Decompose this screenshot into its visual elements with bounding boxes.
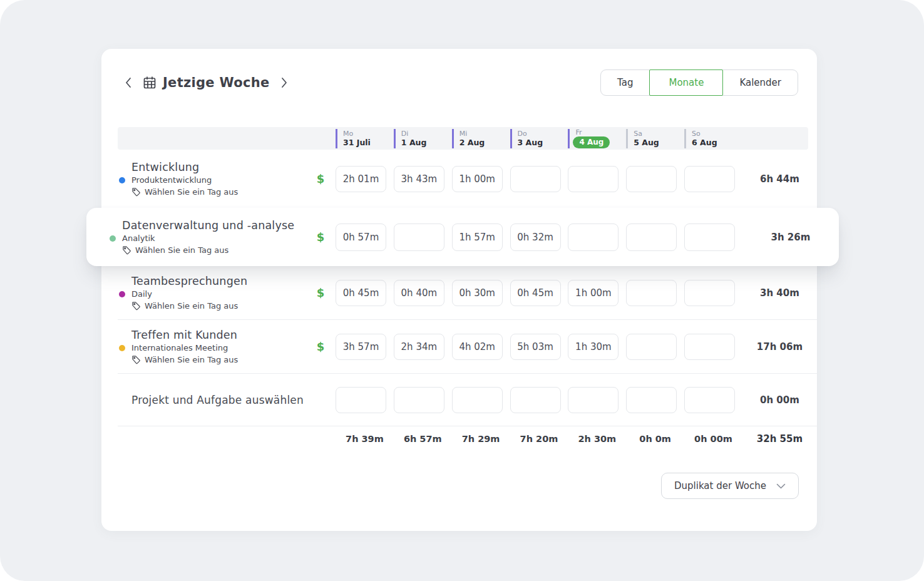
day-header-mo: Mo 31 Juli xyxy=(336,129,394,148)
time-cell[interactable] xyxy=(626,334,677,360)
time-cell[interactable]: 0h 45m xyxy=(336,280,386,306)
time-cell[interactable] xyxy=(626,166,677,192)
tab-monate[interactable]: Monate xyxy=(649,69,723,96)
day-header-do: Do 3 Aug xyxy=(510,129,568,148)
view-switcher: Tag Monate Kalender xyxy=(600,69,798,96)
time-cell[interactable]: 3h 57m xyxy=(336,334,386,360)
time-cell[interactable] xyxy=(626,224,677,251)
week-total: 32h 55m xyxy=(742,433,817,445)
row-label: Treffen mit Kunden Internationales Meeti… xyxy=(118,328,305,365)
today-badge: 4 Aug xyxy=(573,136,610,148)
day-total-fr: 2h 30m xyxy=(568,434,626,444)
previous-week-button[interactable] xyxy=(123,75,134,90)
next-week-button[interactable] xyxy=(279,75,290,90)
time-cell[interactable]: 0h 32m xyxy=(510,224,561,251)
row-total: 6h 44m xyxy=(742,173,817,185)
time-cell[interactable] xyxy=(684,280,735,306)
time-cell[interactable] xyxy=(394,387,444,413)
day-total-mo: 7h 39m xyxy=(336,434,394,444)
tag-selector[interactable]: Wählen Sie ein Tag aus xyxy=(131,301,305,311)
project-task-title: Teambesprechungen xyxy=(131,274,305,288)
time-cell[interactable]: 1h 30m xyxy=(568,334,619,360)
row-label: Entwicklung Produktentwicklung Wählen Si… xyxy=(118,160,305,197)
tag-icon xyxy=(131,301,141,311)
tag-icon xyxy=(131,355,141,364)
project-color-dot xyxy=(110,235,116,242)
time-cell[interactable]: 0h 45m xyxy=(510,280,561,306)
tag-selector[interactable]: Wählen Sie ein Tag aus xyxy=(131,354,305,365)
project-task-title: Entwicklung xyxy=(131,160,305,174)
week-title-label: Jetzige Woche xyxy=(163,75,270,90)
tag-selector[interactable]: Wählen Sie ein Tag aus xyxy=(131,187,305,197)
chevron-down-icon xyxy=(776,483,786,489)
project-task-title: Datenverwaltung und -analyse xyxy=(122,219,305,232)
row-total: 17h 06m xyxy=(742,341,817,352)
time-cell[interactable]: 4h 02m xyxy=(452,334,503,360)
day-header-so: So 6 Aug xyxy=(684,129,742,148)
tag-icon xyxy=(131,187,141,197)
time-cell[interactable]: 2h 34m xyxy=(394,334,444,360)
timesheet-row-entwicklung: Entwicklung Produktentwicklung Wählen Si… xyxy=(118,150,817,208)
day-header-di: Di 1 Aug xyxy=(394,129,452,148)
time-cell[interactable]: 2h 01m xyxy=(336,166,386,192)
tab-tag[interactable]: Tag xyxy=(601,70,649,95)
row-total: 3h 40m xyxy=(742,287,817,299)
day-header-sa: Sa 5 Aug xyxy=(626,129,684,148)
project-color-dot xyxy=(119,291,125,297)
duplicate-week-button[interactable]: Duplikat der Woche xyxy=(661,473,799,499)
day-total-sa: 0h 0m xyxy=(626,434,684,444)
time-cell[interactable] xyxy=(684,334,735,360)
calendar-icon xyxy=(143,76,157,90)
time-cell[interactable] xyxy=(568,224,619,251)
header: Jetzige Woche Tag Monate Kalender xyxy=(101,69,817,96)
billable-icon[interactable]: $ xyxy=(305,340,336,353)
row-total: 0h 00m xyxy=(742,394,817,406)
time-cell[interactable] xyxy=(510,387,561,413)
row-label: Projekt und Aufgabe auswählen xyxy=(118,394,305,406)
billable-icon[interactable]: $ xyxy=(305,286,336,299)
time-cell[interactable] xyxy=(336,387,386,413)
tag-selector[interactable]: Wählen Sie ein Tag aus xyxy=(122,245,305,255)
row-label: Datenverwaltung und -analyse Analytik Wä… xyxy=(108,219,305,255)
time-cell[interactable]: 1h 57m xyxy=(452,224,503,251)
tab-kalender[interactable]: Kalender xyxy=(723,70,798,95)
timesheet-row-datenverwaltung-selected: Datenverwaltung und -analyse Analytik Wä… xyxy=(86,208,839,266)
time-cell[interactable] xyxy=(626,387,677,413)
time-cell[interactable] xyxy=(684,387,735,413)
row-total: 3h 26m xyxy=(742,232,839,243)
time-cell[interactable] xyxy=(568,387,619,413)
project-task-title: Treffen mit Kunden xyxy=(131,328,305,342)
time-cell[interactable] xyxy=(510,166,561,192)
time-cell[interactable]: 1h 00m xyxy=(452,166,503,192)
time-cell[interactable]: 0h 40m xyxy=(394,280,444,306)
timesheet-panel: Jetzige Woche Tag Monate Kalender Mo 31 … xyxy=(101,49,817,531)
timesheet-row-teambesprechungen: Teambesprechungen Daily Wählen Sie ein T… xyxy=(118,266,817,320)
billable-icon[interactable]: $ xyxy=(305,230,336,244)
project-name: Daily xyxy=(131,289,152,299)
daily-totals-row: 7h 39m 6h 57m 7h 29m 7h 20m 2h 30m 0h 0m… xyxy=(118,433,817,445)
billable-icon[interactable]: $ xyxy=(305,172,336,185)
time-cell[interactable]: 0h 30m xyxy=(452,280,503,306)
day-total-di: 6h 57m xyxy=(394,434,452,444)
project-name: Analytik xyxy=(122,233,155,244)
tag-icon xyxy=(122,245,131,255)
timesheet-row-treffen-mit-kunden: Treffen mit Kunden Internationales Meeti… xyxy=(118,320,817,374)
day-header-mi: Mi 2 Aug xyxy=(452,129,510,148)
row-label: Teambesprechungen Daily Wählen Sie ein T… xyxy=(118,274,305,311)
time-cell[interactable] xyxy=(684,166,735,192)
time-cell[interactable]: 5h 03m xyxy=(510,334,561,360)
time-cell[interactable] xyxy=(684,224,735,251)
time-cell[interactable]: 3h 43m xyxy=(394,166,444,192)
time-cell[interactable]: 1h 00m xyxy=(568,280,619,306)
time-cell[interactable] xyxy=(394,224,444,251)
project-name: Produktentwicklung xyxy=(131,175,212,185)
day-total-do: 7h 20m xyxy=(510,434,568,444)
time-cell[interactable] xyxy=(452,387,503,413)
time-cell[interactable] xyxy=(568,166,619,192)
time-cell[interactable] xyxy=(626,280,677,306)
project-task-picker[interactable]: Projekt und Aufgabe auswählen xyxy=(131,394,305,406)
project-name: Internationales Meeting xyxy=(131,342,228,353)
project-color-dot xyxy=(119,345,125,351)
time-cell[interactable]: 0h 57m xyxy=(336,224,386,251)
day-header-strip: Mo 31 Juli Di 1 Aug Mi 2 Aug Do 3 Aug Fr xyxy=(118,127,808,150)
